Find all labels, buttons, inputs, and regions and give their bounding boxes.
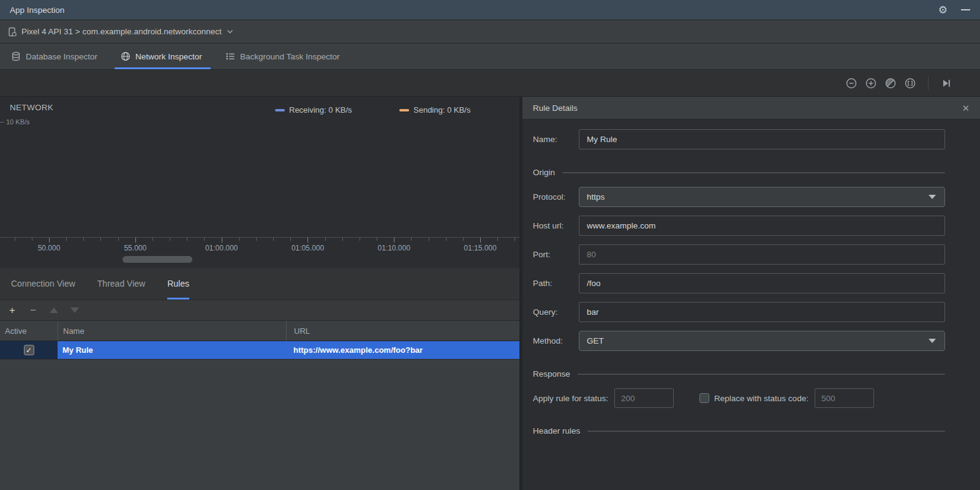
legend-sending-label: Sending: 0 KB/s — [413, 105, 470, 115]
database-icon — [11, 51, 21, 61]
tab-label: Connection View — [11, 279, 75, 288]
column-header-url[interactable]: URL — [286, 321, 519, 341]
host-label: Host url: — [533, 221, 579, 230]
replace-status-label: Replace with status code: — [714, 394, 809, 403]
device-bar[interactable]: Pixel 4 API 31 > com.example.android.net… — [0, 20, 980, 43]
sending-swatch — [399, 109, 409, 111]
column-header-name[interactable]: Name — [58, 321, 286, 341]
origin-section-label: Origin — [533, 168, 555, 177]
tab-label: Thread View — [97, 279, 145, 288]
main-area: NETWORK 10 KB/s Receiving: 0 KB/s Sendin… — [0, 97, 980, 490]
tab-connection-view[interactable]: Connection View — [11, 268, 75, 300]
timeline-scrollbar-thumb[interactable] — [123, 256, 192, 263]
host-row: Host url: — [533, 216, 945, 236]
path-row: Path: — [533, 273, 945, 293]
tab-background-task-inspector[interactable]: Background Task Inspector — [225, 43, 340, 69]
chart-title: NETWORK — [10, 103, 53, 112]
header-rules-section-label: Header rules — [533, 426, 580, 435]
task-list-icon — [225, 51, 235, 61]
titlebar: App Inspection ⚙ — [0, 0, 980, 20]
gear-icon[interactable]: ⚙ — [938, 5, 948, 15]
name-label: Name: — [533, 135, 579, 144]
rules-table-header: Active Name URL — [0, 321, 519, 341]
header-rules-section-header: Header rules — [533, 426, 945, 435]
column-header-active[interactable]: Active — [0, 326, 58, 336]
rules-table-empty-area[interactable] — [0, 359, 519, 490]
window-title: App Inspection — [10, 6, 64, 15]
remove-rule-button[interactable]: − — [27, 304, 39, 317]
network-view-tabs: Connection View Thread View Rules — [0, 268, 519, 300]
zoom-out-icon[interactable] — [845, 77, 858, 89]
response-section-label: Response — [533, 369, 570, 379]
rule-details-body: Name: Origin Protocol: https Host url: — [522, 119, 980, 490]
replace-status-field[interactable] — [815, 388, 874, 408]
arrow-up-icon — [50, 307, 58, 313]
tab-network-inspector[interactable]: Network Inspector — [121, 43, 202, 69]
close-icon[interactable]: ✕ — [962, 104, 970, 113]
origin-section-header: Origin — [533, 168, 945, 177]
tab-thread-view[interactable]: Thread View — [97, 268, 145, 300]
name-field[interactable] — [579, 129, 945, 149]
chevron-down-icon — [227, 29, 233, 34]
jump-to-live-icon[interactable] — [940, 77, 952, 89]
protocol-dropdown[interactable]: https — [579, 187, 945, 207]
table-row[interactable]: ✓ My Rule https://www.example.com/foo?ba… — [0, 341, 519, 359]
receiving-swatch — [275, 109, 285, 111]
panel-title: Rule Details — [533, 104, 578, 113]
globe-icon — [121, 51, 130, 61]
dropdown-arrow-icon — [929, 195, 936, 199]
move-down-button[interactable] — [69, 304, 81, 317]
rule-name-cell[interactable]: My Rule — [58, 341, 286, 359]
host-field[interactable] — [579, 216, 945, 236]
method-dropdown[interactable]: GET — [579, 331, 945, 351]
query-field[interactable] — [579, 302, 945, 322]
path-label: Path: — [533, 279, 579, 288]
tab-rules[interactable]: Rules — [167, 268, 189, 300]
tab-label: Network Inspector — [135, 52, 202, 61]
device-process-selector[interactable]: Pixel 4 API 31 > com.example.android.net… — [21, 27, 222, 36]
apply-status-field[interactable] — [614, 388, 674, 408]
rule-url-cell[interactable]: https://www.example.com/foo?bar — [286, 341, 519, 359]
section-divider — [578, 374, 945, 375]
rule-active-checkbox[interactable]: ✓ — [24, 345, 34, 355]
network-chart[interactable]: NETWORK 10 KB/s Receiving: 0 KB/s Sendin… — [0, 97, 519, 268]
network-panel: NETWORK 10 KB/s Receiving: 0 KB/s Sendin… — [0, 97, 519, 490]
port-label: Port: — [533, 250, 579, 259]
check-icon: ✓ — [26, 347, 32, 354]
zoom-to-selection-icon[interactable] — [904, 77, 916, 89]
inspector-tabstrip: Database Inspector Network Inspector Bac… — [0, 43, 980, 70]
query-label: Query: — [533, 307, 579, 317]
port-field[interactable] — [579, 244, 945, 265]
move-up-button[interactable] — [48, 304, 60, 317]
response-status-row: Apply rule for status: Replace with stat… — [533, 388, 945, 408]
toolbar-separator — [928, 77, 929, 89]
protocol-row: Protocol: https — [533, 187, 945, 207]
legend-receiving: Receiving: 0 KB/s — [275, 105, 352, 115]
device-phone-icon — [7, 27, 17, 37]
method-label: Method: — [533, 336, 579, 345]
y-axis-max-label: 10 KB/s — [6, 118, 30, 126]
protocol-value: https — [587, 192, 605, 202]
zoom-in-icon[interactable] — [865, 77, 877, 89]
response-section-header: Response — [533, 369, 945, 379]
arrow-down-icon — [70, 307, 79, 313]
dropdown-arrow-icon — [929, 339, 936, 343]
replace-status-checkbox[interactable] — [699, 393, 709, 403]
rule-active-cell: ✓ — [0, 341, 58, 359]
add-rule-button[interactable]: + — [6, 304, 18, 317]
minimize-icon[interactable] — [961, 9, 970, 10]
name-row: Name: — [533, 129, 945, 149]
app-inspection-window: App Inspection ⚙ Pixel 4 API 31 > com.ex… — [0, 0, 980, 490]
port-row: Port: — [533, 244, 945, 265]
rules-toolbar: + − — [0, 300, 519, 321]
y-axis-tick — [0, 122, 4, 123]
tab-label: Background Task Inspector — [240, 52, 340, 61]
tab-database-inspector[interactable]: Database Inspector — [11, 43, 97, 69]
method-value: GET — [587, 336, 604, 345]
tab-label: Rules — [167, 279, 189, 288]
rule-details-header: Rule Details ✕ — [522, 97, 980, 119]
path-field[interactable] — [579, 273, 945, 293]
reset-zoom-icon[interactable] — [884, 77, 897, 89]
timeline-toolbar — [0, 70, 980, 97]
tab-label: Database Inspector — [26, 52, 97, 61]
